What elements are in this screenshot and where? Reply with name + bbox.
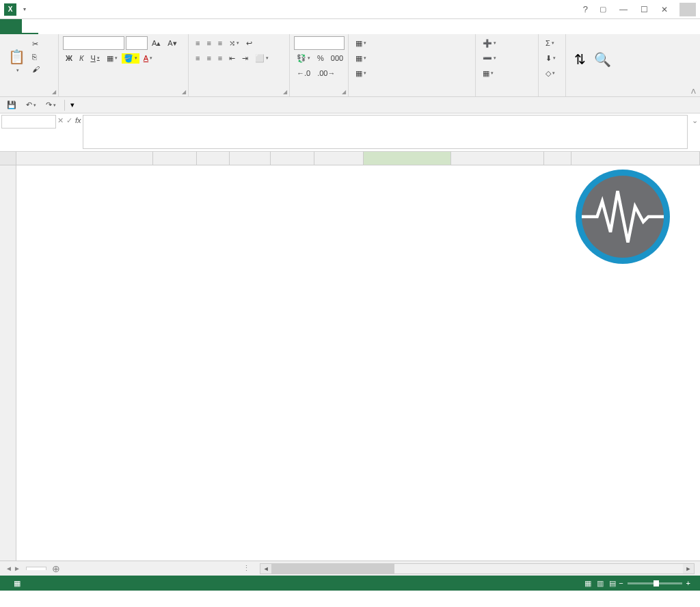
help-icon[interactable]: ?: [579, 4, 592, 14]
col-header-H[interactable]: [451, 152, 544, 165]
insert-cells-button[interactable]: ➕ ▾: [480, 38, 499, 49]
copy-button[interactable]: ⎘: [29, 51, 42, 62]
col-header-B[interactable]: [153, 152, 197, 165]
clear-button[interactable]: ◇▾: [543, 68, 558, 79]
maximize-button[interactable]: ☐: [634, 2, 654, 17]
tab-insert[interactable]: [38, 19, 55, 34]
align-right-icon[interactable]: ≡: [215, 53, 225, 64]
conditional-formatting-button[interactable]: ▦ ▾: [353, 38, 369, 49]
cell-styles-button[interactable]: ▦ ▾: [353, 68, 369, 79]
format-painter-button[interactable]: 🖌: [29, 64, 42, 75]
format-cells-button[interactable]: ▦ ▾: [480, 68, 496, 79]
fill-button[interactable]: ⬇▾: [543, 53, 558, 64]
zoom-slider[interactable]: [628, 582, 682, 584]
add-sheet-button[interactable]: ⊕: [46, 563, 66, 574]
delete-cells-button[interactable]: ➖ ▾: [480, 53, 499, 64]
font-name-combo[interactable]: [63, 36, 124, 50]
align-middle-icon[interactable]: ≡: [204, 38, 213, 49]
format-as-table-button[interactable]: ▦ ▾: [353, 53, 369, 64]
insert-function-icon[interactable]: fx: [75, 116, 81, 124]
bold-button[interactable]: Ж: [63, 53, 75, 64]
borders-button[interactable]: ▦▾: [104, 53, 120, 64]
undo-button[interactable]: ↶▾: [23, 99, 39, 111]
sheet-tab-bar: ◄ ► ⊕ ⋮ ◄ ►: [0, 561, 700, 576]
col-header-I[interactable]: [544, 152, 571, 165]
col-header-A[interactable]: [16, 152, 153, 165]
align-center-icon[interactable]: ≡: [204, 53, 213, 64]
tab-home[interactable]: [22, 19, 38, 34]
name-box[interactable]: [1, 115, 56, 129]
number-format-combo[interactable]: [294, 36, 345, 50]
tab-formulas[interactable]: [71, 19, 88, 34]
align-bottom-icon[interactable]: ≡: [215, 38, 225, 49]
redo-button[interactable]: ↷▾: [43, 99, 59, 111]
find-select-button[interactable]: 🔍: [590, 36, 615, 83]
alignment-launcher-icon[interactable]: ◢: [283, 89, 287, 95]
scroll-left-icon[interactable]: ◄: [260, 564, 271, 574]
enter-formula-icon[interactable]: ✓: [66, 116, 72, 125]
accounting-icon[interactable]: 💱▾: [294, 53, 313, 64]
font-color-button[interactable]: A▾: [141, 53, 155, 64]
tab-developer[interactable]: [137, 19, 153, 34]
tab-review[interactable]: [104, 19, 120, 34]
normal-view-icon[interactable]: ▦: [582, 579, 594, 588]
cut-button[interactable]: ✂: [29, 38, 42, 50]
sheet-nav-prev-icon[interactable]: ◄: [5, 565, 12, 572]
ribbon-display-icon[interactable]: ▢: [593, 2, 612, 17]
sort-filter-button[interactable]: ⇅: [570, 36, 590, 83]
decrease-indent-icon[interactable]: ⇤: [226, 53, 238, 64]
minimize-button[interactable]: —: [614, 2, 633, 17]
col-header-C[interactable]: [197, 152, 230, 165]
wrap-text-icon[interactable]: ↩: [243, 38, 255, 49]
col-header-F[interactable]: [314, 152, 364, 165]
sheet-nav-next-icon[interactable]: ►: [14, 565, 21, 572]
macro-recorder-icon[interactable]: ▦: [14, 579, 21, 588]
tab-data[interactable]: [88, 19, 104, 34]
font-launcher-icon[interactable]: ◢: [182, 89, 186, 95]
align-top-icon[interactable]: ≡: [193, 38, 202, 49]
autosum-button[interactable]: Σ▾: [543, 38, 557, 49]
select-all-corner[interactable]: [0, 152, 16, 165]
align-left-icon[interactable]: ≡: [193, 53, 202, 64]
user-icon[interactable]: [679, 3, 696, 16]
increase-font-icon[interactable]: A▴: [149, 38, 163, 49]
worksheet-grid[interactable]: [0, 152, 700, 561]
decrease-decimal-icon[interactable]: .00→: [314, 68, 338, 79]
increase-decimal-icon[interactable]: ←.0: [294, 68, 313, 79]
italic-button[interactable]: К: [77, 53, 86, 64]
save-button[interactable]: 💾: [4, 99, 19, 111]
decrease-font-icon[interactable]: A▾: [165, 38, 179, 49]
underline-button[interactable]: Ч▾: [88, 53, 102, 64]
clipboard-launcher-icon[interactable]: ◢: [52, 89, 56, 95]
tab-file[interactable]: [0, 19, 22, 34]
paste-button[interactable]: 📋 ▾: [4, 36, 29, 83]
col-header-D[interactable]: [230, 152, 271, 165]
qat-customize2-icon[interactable]: ▾: [70, 100, 75, 109]
horizontal-scrollbar[interactable]: ◄ ►: [260, 563, 695, 574]
tab-view[interactable]: [120, 19, 137, 34]
qat-customize-icon[interactable]: ▾: [21, 6, 29, 12]
col-header-G[interactable]: [364, 152, 451, 165]
scroll-right-icon[interactable]: ►: [683, 564, 694, 574]
expand-formula-bar-icon[interactable]: ⌄: [689, 113, 700, 151]
percent-icon[interactable]: %: [314, 53, 327, 64]
zoom-in-button[interactable]: +: [686, 579, 690, 587]
sheet-tab-main[interactable]: [26, 567, 46, 570]
collapse-ribbon-icon[interactable]: ᐱ: [691, 87, 696, 95]
font-size-combo[interactable]: [126, 36, 148, 50]
page-layout-view-icon[interactable]: ▥: [594, 579, 606, 588]
fill-color-button[interactable]: 🪣▾: [122, 53, 139, 64]
comma-icon[interactable]: 000: [328, 53, 346, 64]
col-header-E[interactable]: [271, 152, 314, 165]
tab-pagelayout[interactable]: [55, 19, 71, 34]
col-header-J[interactable]: [571, 152, 700, 165]
orientation-icon[interactable]: ⤭▾: [226, 38, 242, 49]
number-launcher-icon[interactable]: ◢: [342, 89, 346, 95]
merge-button[interactable]: ⬜▾: [252, 53, 271, 64]
close-button[interactable]: ✕: [655, 2, 674, 17]
page-break-view-icon[interactable]: ▤: [606, 579, 619, 588]
zoom-out-button[interactable]: −: [619, 579, 623, 587]
cancel-formula-icon[interactable]: ✕: [57, 116, 64, 125]
increase-indent-icon[interactable]: ⇥: [239, 53, 251, 64]
formula-input[interactable]: [83, 115, 688, 149]
